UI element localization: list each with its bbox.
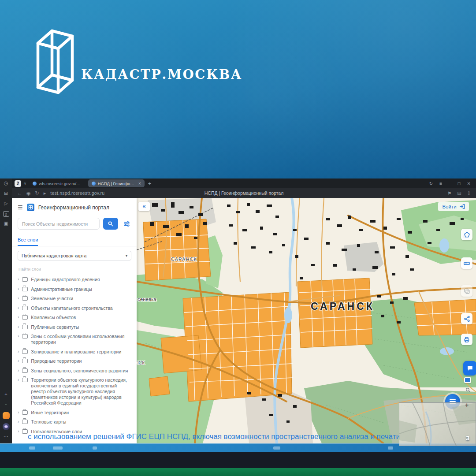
- chevron-right-icon: ›: [18, 358, 19, 364]
- tab-title: НСПД | Геоинформа...: [98, 181, 135, 186]
- chevron-right-icon: ›: [18, 410, 19, 415]
- folder-icon: [22, 334, 28, 338]
- dot-icon[interactable]: ◦: [3, 402, 10, 408]
- folder-icon: [22, 410, 28, 415]
- magnifier-faint-icon[interactable]: [465, 387, 471, 394]
- basemap-switcher-tool[interactable]: [461, 285, 472, 297]
- folder-icon: [22, 429, 28, 434]
- map-label-village: сеневка: [138, 297, 156, 302]
- tab-nspd-active[interactable]: НСПД | Геоинформа... ×: [88, 179, 145, 187]
- taskbar-glyph: [388, 446, 393, 450]
- search-row: [18, 218, 131, 230]
- bookmark-icon[interactable]: ⚑: [447, 191, 451, 196]
- history-icon[interactable]: ◷: [3, 181, 10, 187]
- workspace-badge[interactable]: 2: [15, 180, 21, 187]
- layer-item-zoning[interactable]: ›Зонирование и планирование территории: [18, 349, 132, 355]
- chevron-down-icon: ▾: [126, 254, 127, 258]
- close-window-button[interactable]: ✕: [467, 181, 471, 186]
- sync-icon[interactable]: ↻: [429, 181, 433, 186]
- measure-distance-tool[interactable]: [461, 257, 472, 269]
- hamburger-menu-icon[interactable]: ☰: [18, 204, 23, 211]
- layer-item-public-servitudes[interactable]: ›Публичные сервитуты: [18, 324, 132, 330]
- screenshot-root: КАДАСТР.МОСКВА ◷ ⊞ ▷ 2 ▣ + ◦ ⋯ 2 ∨ vds: [0, 0, 476, 476]
- more-icon[interactable]: ⋯: [3, 434, 10, 440]
- folder-icon: [22, 378, 28, 382]
- refresh-button[interactable]: ↻: [35, 191, 39, 196]
- chevron-right-icon: ›: [18, 324, 19, 330]
- maximize-button[interactable]: □: [458, 181, 461, 186]
- chevron-right-icon: ›: [18, 305, 19, 311]
- basemap-select-value: Публичная кадастровая карта: [22, 253, 86, 258]
- chevron-right-icon: ›: [18, 419, 19, 424]
- folder-icon: [22, 306, 28, 310]
- map-label-city-big: САРАНСК: [311, 301, 375, 312]
- layer-item-natural-territories[interactable]: ›Природные территории: [18, 358, 132, 364]
- chat-mini-button[interactable]: [464, 377, 471, 383]
- layer-item-capital-objects[interactable]: ›Объекты капитального строительства: [18, 305, 132, 311]
- menu-icon[interactable]: ≡: [439, 181, 442, 186]
- chevron-right-icon: ›: [18, 277, 19, 282]
- kadastr-moskva-logo-icon: [32, 26, 80, 98]
- folder-icon: [22, 350, 28, 354]
- layer-item-cultural-heritage[interactable]: ›Территории объектов культурного наследи…: [18, 377, 132, 406]
- new-tab-button[interactable]: +: [148, 181, 152, 186]
- tab-favicon: [92, 182, 96, 186]
- filter-icon[interactable]: [122, 218, 131, 230]
- url-text[interactable]: test.nspd.rosreestr.gov.ru: [50, 190, 104, 196]
- panel-icon[interactable]: ▤: [457, 191, 461, 196]
- tab-title: vds.rosreestr.gov.ru/clien: [39, 181, 82, 186]
- collapse-sidebar-button[interactable]: «: [138, 202, 150, 211]
- measure-area-tool[interactable]: [461, 229, 472, 240]
- minimize-button[interactable]: –: [449, 181, 451, 186]
- minimap-expand-icon[interactable]: +: [465, 402, 469, 409]
- tab-bar: 2 ∨ vds.rosreestr.gov.ru/clien НСПД | Ге…: [12, 178, 476, 188]
- assistant-app-icon[interactable]: [3, 423, 10, 430]
- taskbar-glyph: [93, 446, 97, 450]
- close-tab-icon[interactable]: ×: [138, 181, 141, 186]
- print-tool[interactable]: [461, 334, 472, 345]
- search-input[interactable]: [18, 218, 100, 230]
- share-tool[interactable]: [461, 313, 472, 324]
- login-button[interactable]: Войти: [438, 202, 469, 211]
- page-title: НСПД | Геоинформационный портал: [205, 190, 284, 196]
- back-button[interactable]: ←: [17, 191, 22, 196]
- window-controls: ↻ ≡ – □ ✕: [429, 181, 476, 186]
- play-icon[interactable]: ▷: [3, 201, 10, 207]
- sidebar-tabs: Все слои: [12, 235, 137, 246]
- desk-green-band: [0, 468, 476, 476]
- find-layers-input[interactable]: [18, 266, 131, 272]
- download-icon[interactable]: ⇩: [467, 191, 471, 196]
- map-label-district: АНСК: [137, 360, 145, 365]
- folder-icon: [22, 368, 28, 373]
- workspace-caret-icon[interactable]: ∨: [24, 182, 26, 186]
- layer-item-object-complexes[interactable]: ›Комплексы объектов: [18, 315, 132, 320]
- add-panel-icon[interactable]: +: [3, 392, 10, 398]
- address-bar-actions: ⚑ ▤ ⇩: [447, 191, 471, 196]
- layer-item-other-territories[interactable]: ›Иные территории: [18, 410, 132, 416]
- apps-icon[interactable]: ⊞: [3, 191, 10, 197]
- basemap-select[interactable]: Публичная кадастровая карта ▾: [18, 251, 131, 260]
- layer-item-socioeconomic-zones[interactable]: ›Зоны социального, экономического развит…: [18, 368, 132, 374]
- layers-sidebar: ☰ Геоинформационный портал: [12, 198, 137, 443]
- tab-groups-icon[interactable]: ▣: [3, 221, 10, 227]
- shield-icon[interactable]: ◉: [26, 191, 31, 196]
- chevron-right-icon: ›: [18, 429, 19, 434]
- address-bar: ← ◉ ↻ ▸ test.nspd.rosreestr.gov.ru НСПД …: [12, 188, 476, 198]
- chevron-right-icon: ›: [18, 368, 19, 373]
- search-button[interactable]: [103, 218, 118, 230]
- layer-item-heat-maps[interactable]: ›Тепловые карты: [18, 419, 132, 425]
- layer-item-kadastr-units[interactable]: ›Единицы кадастрового деления: [18, 277, 132, 283]
- tab-rosreestr[interactable]: vds.rosreestr.gov.ru/clien: [29, 179, 86, 187]
- chevron-right-icon: ›: [18, 377, 19, 383]
- tab-all-layers[interactable]: Все слои: [18, 237, 38, 246]
- layer-item-land-parcels[interactable]: ›Земельные участки: [18, 296, 132, 301]
- overview-minimap[interactable]: [399, 402, 476, 446]
- geoportal-logo-icon: [27, 204, 34, 211]
- layer-item-admin-borders[interactable]: ›Административные границы: [18, 286, 132, 292]
- chat-widget-button[interactable]: [463, 361, 476, 376]
- layer-item-special-zones[interactable]: ›Зоны с особыми условиями использования …: [18, 334, 132, 345]
- site-icon: ▸: [44, 191, 46, 196]
- chevron-right-icon: ›: [18, 296, 19, 301]
- tab-count-badge[interactable]: 2: [3, 211, 9, 217]
- orange-app-icon[interactable]: [3, 412, 10, 419]
